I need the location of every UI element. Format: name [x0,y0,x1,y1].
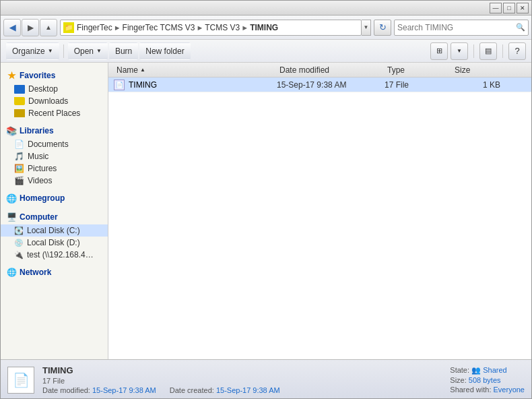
file-type: 17 File [385,80,409,90]
downloads-label: Downloads [28,96,68,106]
breadcrumb-sep-2: ► [196,24,203,32]
maximize-button[interactable]: □ [503,3,515,13]
sidebar-section-homegroup-title[interactable]: 🌐 Homegroup [1,191,108,206]
col-type-label: Type [387,65,405,75]
music-label: Music [28,152,48,161]
breadcrumb-sep-3: ► [241,24,248,32]
local-disk-c-label: Local Disk (C:) [27,226,80,235]
status-file-count: 17 File [42,377,442,385]
breadcrumb-dropdown-button[interactable]: ▼ [362,20,371,36]
sidebar-item-desktop[interactable]: Desktop [1,83,108,95]
sidebar-item-recent-places[interactable]: Recent Places [1,107,108,119]
preview-pane-button[interactable]: ▤ [479,42,497,60]
homegroup-label: Homegroup [20,193,65,203]
minimize-button[interactable]: — [490,3,502,13]
search-box: 🔍 [394,20,529,36]
status-file-name: TIMING [42,365,442,375]
toolbar-separator-1 [63,44,64,58]
organize-button[interactable]: Organize ▼ [6,42,59,60]
organize-dropdown-icon: ▼ [48,48,53,54]
refresh-button[interactable]: ↻ [374,20,391,36]
pictures-icon: 🖼️ [14,164,24,173]
sidebar-item-music[interactable]: 🎵 Music [1,150,108,162]
close-button[interactable]: ✕ [517,3,529,13]
music-icon: 🎵 [14,152,24,161]
new-folder-button[interactable]: New folder [139,42,190,60]
view-dropdown-button[interactable]: ▼ [451,42,468,60]
network-drive-label: test (\\192.168.4.234 [27,250,94,259]
size-label: Size: [450,376,466,384]
search-input[interactable] [395,23,513,32]
status-meta: Date modified: 15-Sep-17 9:38 AM Date cr… [42,386,442,394]
status-date-created: Date created: 15-Sep-17 9:38 AM [170,386,280,394]
status-state: State: 👥 Shared [450,366,525,375]
breadcrumb-bar[interactable]: 📁 FingerTec ► FingerTec TCMS V3 ► TCMS V… [60,20,362,36]
state-value: Shared [483,366,506,374]
recent-places-icon [14,109,25,117]
breadcrumb-part-1[interactable]: FingerTec [77,23,112,32]
col-date-label: Date modified [279,65,329,75]
title-bar: — □ ✕ [1,1,531,16]
sidebar-item-local-disk-c[interactable]: 💽 Local Disk (C:) [1,224,108,237]
address-bar: ◀ ▶ ▲ 📁 FingerTec ► FingerTec TCMS V3 ► … [1,16,531,40]
status-shared-with: Shared with: Everyone [450,386,525,394]
col-header-date[interactable]: Date modified [279,65,387,75]
main-content: ★ Favorites Desktop Downloads Recent Pla… [1,63,531,359]
breadcrumb-part-2[interactable]: FingerTec TCMS V3 [123,23,195,32]
computer-label: Computer [20,212,58,222]
col-header-type[interactable]: Type [387,65,455,75]
back-button[interactable]: ◀ [3,19,21,36]
breadcrumb-text: FingerTec ► FingerTec TCMS V3 ► TCMS V3 … [77,23,278,32]
date-created-label: Date created: [170,386,214,394]
table-row[interactable]: 📄 TIMING 15-Sep-17 9:38 AM 17 File 1 KB [108,78,531,92]
col-name-label: Name [117,65,138,75]
status-size: Size: 508 bytes [450,376,525,384]
shared-with-label: Shared with: [450,386,491,394]
file-list: Name ▲ Date modified Type Size 📄 TIMING [108,63,531,359]
sidebar-section-computer-title[interactable]: 🖥️ Computer [1,210,108,224]
burn-button[interactable]: Burn [109,42,138,60]
col-header-name[interactable]: Name ▲ [111,65,279,75]
search-icon[interactable]: 🔍 [513,20,528,35]
sidebar-section-libraries-title[interactable]: 📚 Libraries [1,123,108,138]
date-created-value: 15-Sep-17 9:38 AM [216,386,280,394]
date-modified-label: Date modified: [42,386,90,394]
date-modified-value: 15-Sep-17 9:38 AM [92,386,156,394]
favorites-icon: ★ [6,70,17,81]
breadcrumb-part-4[interactable]: TIMING [250,23,278,32]
forward-button[interactable]: ▶ [22,19,39,36]
col-size-label: Size [455,65,470,75]
file-size: 1 KB [483,80,500,90]
local-disk-d-icon: 💿 [14,239,24,247]
desktop-label: Desktop [28,84,58,94]
status-file-icon-glyph: 📄 [13,372,30,388]
sidebar-section-network-title[interactable]: 🌐 Network [1,265,108,280]
sidebar-item-local-disk-d[interactable]: 💿 Local Disk (D:) [1,237,108,249]
help-button[interactable]: ? [508,42,526,60]
breadcrumb-part-3[interactable]: TCMS V3 [205,23,240,32]
col-header-size[interactable]: Size [455,65,508,75]
file-cell-date: 15-Sep-17 9:38 AM [277,80,385,90]
shared-with-value: Everyone [494,386,525,394]
sidebar-item-pictures[interactable]: 🖼️ Pictures [1,162,108,175]
network-label: Network [20,268,51,277]
sidebar-item-documents[interactable]: 📄 Documents [1,138,108,150]
open-button[interactable]: Open ▼ [68,42,108,60]
sidebar-item-videos[interactable]: 🎬 Videos [1,175,108,187]
sidebar-section-favorites-title[interactable]: ★ Favorites [1,68,108,83]
sidebar-item-network-drive[interactable]: 🔌 test (\\192.168.4.234 [1,249,108,261]
documents-icon: 📄 [14,140,24,149]
state-icon: 👥 [471,366,483,374]
breadcrumb-sep-1: ► [114,24,121,32]
size-value: 508 bytes [469,376,501,384]
toolbar: Organize ▼ Open ▼ Burn New folder ⊞ ▼ ▤ … [1,40,531,63]
open-label: Open [74,47,94,56]
sidebar-item-downloads[interactable]: Downloads [1,95,108,107]
desktop-icon [14,85,25,94]
change-view-button[interactable]: ⊞ [430,42,448,60]
documents-label: Documents [28,140,69,149]
organize-label: Organize [12,47,45,56]
pictures-label: Pictures [28,164,57,173]
toolbar-separator-2 [473,44,474,58]
up-button[interactable]: ▲ [40,19,57,36]
